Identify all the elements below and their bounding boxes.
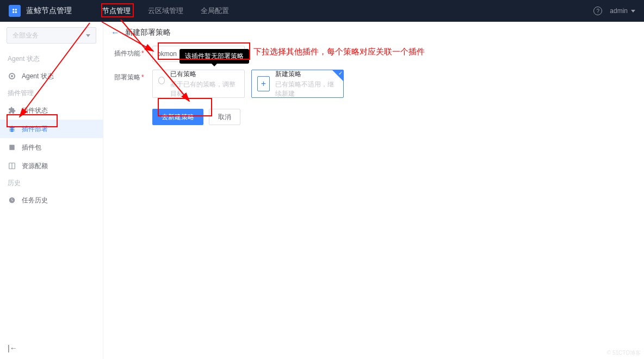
nav-node-manage[interactable]: 节点管理 — [94, 0, 139, 22]
user-name: admin — [610, 7, 628, 15]
top-nav: 节点管理 云区域管理 全局配置 — [94, 0, 238, 22]
svg-point-2 — [13, 11, 15, 13]
deploy-icon — [8, 125, 16, 133]
card-desc: 基于已有的策略，调整目标 — [170, 80, 239, 98]
svg-rect-4 — [9, 145, 14, 150]
business-select[interactable]: 全部业务 — [7, 27, 96, 44]
sidebar-collapse-icon[interactable]: |← — [8, 344, 17, 352]
sidebar-group-agent: Agent 状态 — [0, 51, 103, 67]
sidebar-item-label: 插件状态 — [22, 106, 48, 115]
watermark: © 51CTO博客 — [607, 349, 641, 357]
business-select-placeholder: 全部业务 — [13, 31, 39, 40]
brand-title: 蓝鲸节点管理 — [26, 6, 72, 16]
puzzle-icon — [8, 106, 16, 115]
sidebar-group-history: 历史 — [0, 175, 103, 191]
svg-point-0 — [13, 9, 15, 10]
app-header: 蓝鲸节点管理 节点管理 云区域管理 全局配置 ? admin — [0, 0, 644, 22]
caret-down-icon — [631, 10, 635, 13]
nav-global-config[interactable]: 全局配置 — [192, 0, 238, 22]
package-icon — [8, 143, 16, 152]
sidebar: 全部业务 Agent 状态 Agent 状态 插件管理 插件状态 插件部署 插件… — [0, 22, 103, 359]
back-arrow-icon[interactable]: ← — [111, 28, 120, 38]
create-strategy-button[interactable]: 去新建策略 — [152, 109, 203, 125]
radio-icon — [8, 72, 16, 81]
sidebar-item-label: 资源配额 — [22, 162, 48, 171]
sidebar-item-plugin-deploy[interactable]: 插件部署 — [0, 120, 103, 138]
cancel-button[interactable]: 取消 — [209, 109, 240, 125]
sidebar-item-label: 插件包 — [22, 143, 41, 152]
quota-icon — [8, 162, 16, 170]
radio-unchecked-icon — [158, 77, 165, 84]
main-content: ← 新建部署策略 插件功能* bkmon 部署策略* 已有策略 基于已有的策略，… — [103, 22, 644, 359]
existing-strategy-card[interactable]: 已有策略 基于已有的策略，调整目标 — [152, 70, 245, 98]
plus-icon: + — [257, 76, 270, 91]
sidebar-item-agent-status[interactable]: Agent 状态 — [0, 67, 103, 85]
sidebar-item-label: Agent 状态 — [22, 72, 54, 81]
page-head: ← 新建部署策略 — [103, 22, 644, 44]
sidebar-item-plugin-status[interactable]: 插件状态 — [0, 101, 103, 120]
sidebar-item-label: 任务历史 — [22, 196, 48, 205]
card-title: 新建策略 — [275, 70, 338, 79]
card-desc: 已有策略不适用，继续新建 — [275, 80, 338, 98]
chevron-down-icon — [86, 34, 90, 37]
svg-point-1 — [15, 9, 17, 10]
check-icon — [332, 70, 343, 81]
sidebar-group-plugin: 插件管理 — [0, 85, 103, 101]
plugin-label: 插件功能* — [114, 46, 152, 58]
logo-icon — [9, 5, 21, 17]
sidebar-item-resource-quota[interactable]: 资源配额 — [0, 157, 103, 175]
tooltip-no-strategy: 该插件暂无部署策略 — [179, 49, 249, 64]
sidebar-item-task-history[interactable]: 任务历史 — [0, 191, 103, 209]
sidebar-item-label: 插件部署 — [22, 125, 48, 134]
user-menu[interactable]: admin — [610, 7, 635, 15]
svg-point-3 — [15, 11, 17, 13]
card-title: 已有策略 — [170, 70, 239, 79]
plugin-select-value: bkmon — [157, 50, 177, 58]
clock-icon — [8, 196, 16, 205]
nav-cloud-region[interactable]: 云区域管理 — [139, 0, 192, 22]
help-icon[interactable]: ? — [593, 7, 602, 15]
new-strategy-card[interactable]: + 新建策略 已有策略不适用，继续新建 — [251, 70, 344, 98]
sidebar-item-plugin-package[interactable]: 插件包 — [0, 138, 103, 157]
page-title: 新建部署策略 — [125, 28, 171, 38]
strategy-label: 部署策略* — [114, 70, 152, 82]
